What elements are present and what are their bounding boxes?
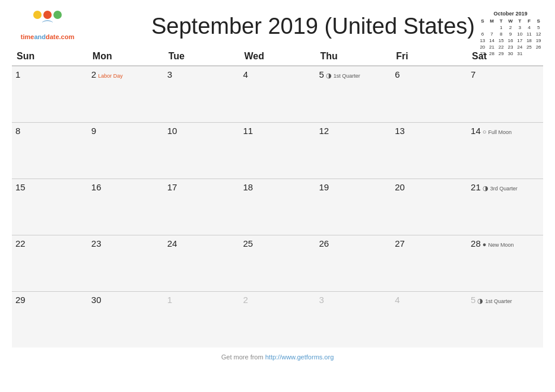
col-header-mon: Mon: [88, 46, 164, 66]
day-number: 10: [167, 126, 177, 136]
mini-cal-header-t2: T: [515, 18, 525, 24]
logo-dot-orange: [43, 11, 52, 19]
mini-cal-cell: 6: [478, 31, 487, 37]
mini-cal-cell: 18: [525, 37, 534, 44]
logo-bird-icon: ⌒: [41, 20, 54, 33]
logo-dot-yellow: [33, 11, 42, 19]
day-number: 30: [91, 295, 102, 305]
mini-cal-header-s1: S: [478, 18, 487, 24]
mini-cal-cell: [487, 24, 497, 31]
day-number: 1: [15, 69, 20, 79]
mini-cal-cell: 3: [515, 24, 525, 31]
mini-cal-header-f: F: [525, 18, 534, 24]
day-number: 6: [395, 69, 399, 79]
table-row: 25: [240, 235, 316, 291]
table-row: 24: [164, 235, 240, 291]
mini-cal-cell: [478, 24, 487, 31]
day-number: 9: [91, 126, 96, 136]
page-header: ⌒ timeanddate.com September 2019 (United…: [0, 0, 555, 46]
table-row: 27: [391, 235, 467, 291]
mini-cal-cell: 5: [534, 24, 543, 31]
day-number: 28● New Moon: [471, 238, 513, 248]
mini-cal-cell: 30: [506, 50, 515, 57]
mini-cal-cell: 19: [534, 37, 543, 44]
day-number: 15: [15, 182, 26, 192]
table-row: 10: [164, 122, 240, 179]
mini-cal-header-m: M: [487, 18, 497, 24]
moon-label: ● New Moon: [483, 242, 514, 248]
day-number: 7: [471, 69, 475, 79]
mini-cal-table: S M T W T F S 1 2 3 4 5 6 7 8 9: [478, 18, 543, 57]
mini-cal-cell: 20: [478, 44, 487, 50]
mini-cal-header-w: W: [506, 18, 515, 24]
mini-cal-cell: 8: [496, 31, 506, 37]
page-footer: Get more from http://www.getforms.org: [0, 348, 555, 365]
day-number: 16: [91, 182, 102, 192]
logo-dots: [33, 11, 62, 19]
mini-cal-cell: 28: [487, 50, 497, 57]
mini-cal-header-t1: T: [496, 18, 506, 24]
table-row: 29: [12, 291, 88, 348]
mini-cal-cell: 21: [487, 44, 497, 50]
mini-cal-cell: 9: [506, 31, 515, 37]
day-number: 22: [15, 238, 26, 248]
mini-cal-cell: [525, 50, 534, 57]
day-number: 27: [395, 238, 405, 248]
day-number: 20: [395, 182, 405, 192]
mini-cal-cell: 13: [478, 37, 487, 44]
table-row: 21◑ 3rd Quarter: [467, 179, 543, 235]
mini-cal-cell: 2: [506, 24, 515, 31]
mini-cal-cell: 11: [525, 31, 534, 37]
mini-cal-cell: 1: [496, 24, 506, 31]
page-title: September 2019 (United States): [83, 14, 543, 39]
table-row: 5◑ 1st Quarter: [315, 66, 391, 122]
day-number: 12: [319, 126, 329, 136]
day-number: 2: [243, 295, 248, 305]
col-header-fri: Fri: [391, 46, 467, 66]
table-row: 19: [315, 179, 391, 235]
mini-cal-cell: 17: [515, 37, 525, 44]
moon-label: ◑ 1st Quarter: [477, 298, 512, 304]
mini-cal-cell: 31: [515, 50, 525, 57]
day-number: 26: [319, 238, 329, 248]
mini-cal-cell: 10: [515, 31, 525, 37]
calendar-table: Sun Mon Tue Wed Thu Fri Sat 12Labor Day3…: [12, 46, 543, 348]
logo[interactable]: ⌒ timeanddate.com: [12, 11, 83, 40]
day-number: 13: [395, 126, 405, 136]
day-number: 24: [167, 238, 177, 248]
table-row: 4: [240, 66, 316, 122]
logo-dot-green: [53, 11, 62, 19]
mini-cal-cell: [534, 50, 543, 57]
event-label: Labor Day: [98, 73, 123, 79]
table-row: 7: [467, 66, 543, 122]
table-row: 22: [12, 235, 88, 291]
table-row: 12: [315, 122, 391, 179]
day-number: 2Labor Day: [91, 69, 123, 79]
table-row: 17: [164, 179, 240, 235]
table-row: 28● New Moon: [467, 235, 543, 291]
table-row: 1: [164, 291, 240, 348]
calendar-title-area: September 2019 (United States): [83, 11, 543, 39]
moon-label: ◑ 3rd Quarter: [483, 186, 518, 192]
mini-cal-cell: 23: [506, 44, 515, 50]
footer-link[interactable]: http://www.getforms.org: [265, 353, 334, 361]
day-number: 21◑ 3rd Quarter: [471, 182, 518, 192]
table-row: 5◑ 1st Quarter: [467, 291, 543, 348]
day-number: 18: [243, 182, 253, 192]
col-header-sun: Sun: [12, 46, 88, 66]
mini-cal-cell: 24: [515, 44, 525, 50]
day-number: 4: [395, 295, 399, 305]
table-row: 3: [315, 291, 391, 348]
day-number: 8: [15, 126, 20, 136]
moon-label: ○ Full Moon: [483, 129, 512, 135]
day-number: 3: [319, 295, 324, 305]
table-row: 13: [391, 122, 467, 179]
table-row: 16: [88, 179, 164, 235]
day-number: 1: [167, 295, 172, 305]
table-row: 2: [240, 291, 316, 348]
main-calendar: Sun Mon Tue Wed Thu Fri Sat 12Labor Day3…: [0, 46, 555, 348]
day-number: 19: [319, 182, 329, 192]
table-row: 1: [12, 66, 88, 122]
day-number: 29: [15, 295, 26, 305]
moon-label: ◑ 1st Quarter: [326, 73, 360, 79]
